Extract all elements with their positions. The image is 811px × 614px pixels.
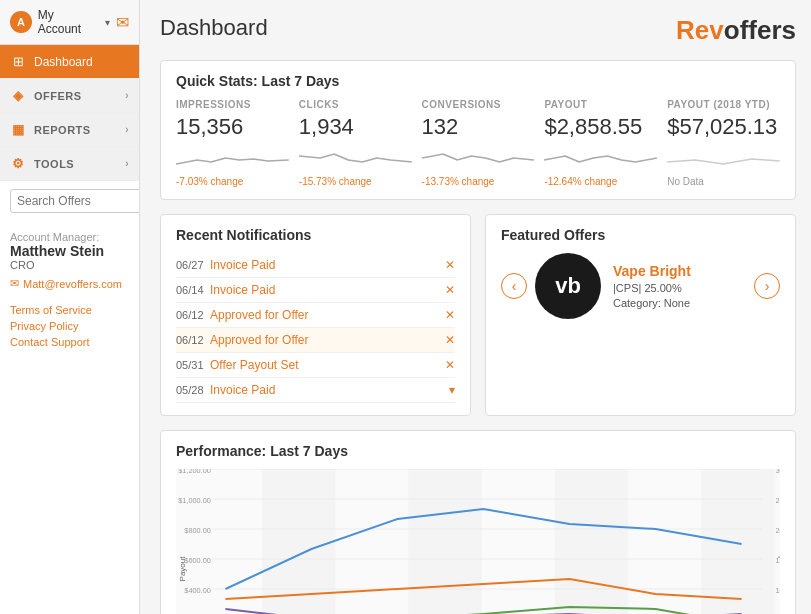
notif-date-6: 05/28 [176,384,210,396]
offer-logo: vb [535,253,601,319]
payout-ytd-value: $57,025.13 [667,114,780,140]
carousel-next-button[interactable]: › [754,273,780,299]
sidebar-item-dashboard[interactable]: ⊞ Dashboard [0,45,139,79]
notif-row-4: 06/12 Approved for Offer ✕ [176,328,455,353]
reports-caret-icon: › [125,124,129,135]
account-manager-label: Account Manager: [10,231,129,243]
notif-close-1[interactable]: ✕ [445,258,455,272]
notif-text-1: Invoice Paid [210,258,439,272]
notif-date-5: 05/31 [176,359,210,371]
page-title: Dashboard [160,15,268,41]
svg-text:$800.00: $800.00 [184,526,210,535]
main-header: Dashboard Revoffers [160,15,796,46]
performance-chart: $1,200.00 $1,000.00 $800.00 $600.00 $400… [176,469,780,614]
reports-icon: ▦ [10,122,26,137]
impressions-label: IMPRESSIONS [176,99,289,110]
impressions-value: 15,356 [176,114,289,140]
sidebar-account-bar[interactable]: A My Account ▾ ✉ [0,0,139,45]
notif-close-5[interactable]: ✕ [445,358,455,372]
notif-row-5: 05/31 Offer Payout Set ✕ [176,353,455,378]
stat-payout: PAYOUT $2,858.55 -12.64% change [544,99,657,187]
search-input[interactable] [10,189,140,213]
sidebar-item-tools[interactable]: ⚙ TOOLS › [0,147,139,181]
carousel-prev-button[interactable]: ‹ [501,273,527,299]
stat-clicks: CLICKS 1,934 -15.73% change [299,99,412,187]
featured-carousel: ‹ vb Vape Bright |CPS| 25.00% Category: … [501,253,780,319]
clicks-change: -15.73% change [299,176,412,187]
notif-row-1: 06/27 Invoice Paid ✕ [176,253,455,278]
stats-grid: IMPRESSIONS 15,356 -7.03% change CLICKS … [176,99,780,187]
sidebar-label-dashboard: Dashboard [34,55,93,69]
svg-text:25: 25 [775,496,780,505]
svg-text:20: 20 [775,526,780,535]
search-box: 🔍 [0,181,139,221]
payout-ytd-sparkline [667,144,780,172]
offer-info: Vape Bright |CPS| 25.00% Category: None [613,263,746,309]
stat-conversions: CONVERSIONS 132 -13.73% change [422,99,535,187]
notif-row-6: 05/28 Invoice Paid ▾ [176,378,455,403]
chevron-down-icon: ▾ [105,17,110,28]
main-content: Dashboard Revoffers Quick Stats: Last 7 … [140,0,811,614]
performance-section: Performance: Last 7 Days $1,200.00 [160,430,796,614]
offers-caret-icon: › [125,90,129,101]
account-email[interactable]: Matt@revoffers.com [23,278,122,290]
notif-date-2: 06/14 [176,284,210,296]
stat-payout-ytd: PAYOUT (2018 YTD) $57,025.13 No Data [667,99,780,187]
performance-title: Performance: Last 7 Days [176,443,780,459]
account-icon: A [10,11,32,33]
stat-impressions: IMPRESSIONS 15,356 -7.03% change [176,99,289,187]
svg-text:$600.00: $600.00 [184,556,210,565]
notifications-title: Recent Notifications [176,227,455,243]
notif-close-6[interactable]: ▾ [449,383,455,397]
notif-close-4[interactable]: ✕ [445,333,455,347]
notif-close-2[interactable]: ✕ [445,283,455,297]
svg-rect-2 [408,469,481,614]
payout-ytd-change: No Data [667,176,780,187]
notif-text-4: Approved for Offer [210,333,439,347]
account-name: Matthew Stein [10,243,129,259]
account-email-row: ✉ Matt@revoffers.com [10,277,129,290]
payout-value: $2,858.55 [544,114,657,140]
two-col-section: Recent Notifications 06/27 Invoice Paid … [160,214,796,416]
clicks-sparkline [299,144,412,172]
notif-close-3[interactable]: ✕ [445,308,455,322]
svg-text:30: 30 [775,469,780,475]
sidebar-item-offers[interactable]: ◈ OFFERS › [0,79,139,113]
tools-caret-icon: › [125,158,129,169]
conversions-change: -13.73% change [422,176,535,187]
logo-rev: Rev [676,15,724,45]
notifications-section: Recent Notifications 06/27 Invoice Paid … [160,214,471,416]
tools-icon: ⚙ [10,156,26,171]
privacy-policy-link[interactable]: Privacy Policy [10,320,129,332]
conversions-label: CONVERSIONS [422,99,535,110]
payout-ytd-label: PAYOUT (2018 YTD) [667,99,780,110]
sidebar-item-reports[interactable]: ▦ REPORTS › [0,113,139,147]
svg-text:$1,000.00: $1,000.00 [178,496,211,505]
offer-cps: |CPS| 25.00% [613,282,746,294]
sidebar-label-reports: REPORTS [34,124,91,136]
dashboard-icon: ⊞ [10,54,26,69]
terms-of-service-link[interactable]: Terms of Service [10,304,129,316]
payout-change: -12.64% change [544,176,657,187]
account-info: Account Manager: Matthew Stein CRO ✉ Mat… [0,221,139,296]
quick-stats-section: Quick Stats: Last 7 Days IMPRESSIONS 15,… [160,60,796,200]
chart-svg: $1,200.00 $1,000.00 $800.00 $600.00 $400… [176,469,780,614]
clicks-label: CLICKS [299,99,412,110]
conversions-sparkline [422,144,535,172]
quick-stats-title: Quick Stats: Last 7 Days [176,73,780,89]
mail-icon[interactable]: ✉ [116,13,129,32]
svg-rect-3 [555,469,628,614]
notif-text-6: Invoice Paid [210,383,443,397]
svg-rect-1 [262,469,335,614]
svg-text:$400.00: $400.00 [184,586,210,595]
featured-offers-title: Featured Offers [501,227,780,243]
contact-support-link[interactable]: Contact Support [10,336,129,348]
offers-icon: ◈ [10,88,26,103]
account-title: CRO [10,259,129,271]
svg-rect-4 [701,469,774,614]
sidebar-label-tools: TOOLS [34,158,74,170]
notif-date-1: 06/27 [176,259,210,271]
clicks-value: 1,934 [299,114,412,140]
svg-text:Payout: Payout [178,556,187,582]
impressions-sparkline [176,144,289,172]
